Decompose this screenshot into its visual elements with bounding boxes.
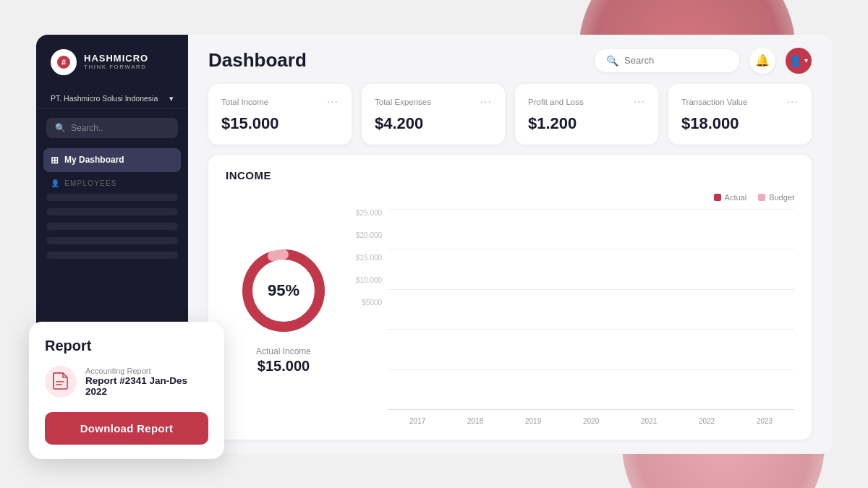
main-content: Dashboard 🔍 🔔 👤 ▾ Total Income [188, 35, 832, 454]
x-label-2022: 2022 [680, 417, 733, 425]
x-label-2019: 2019 [506, 417, 560, 425]
income-section: INCOME [188, 155, 832, 454]
sidebar-item-label: My Dashboard [64, 155, 124, 165]
x-axis-labels: 2017 2018 2019 2020 2021 2022 2023 [388, 410, 794, 425]
bar-chart-section: Actual Budget $25.000 $20.000 [356, 193, 794, 425]
company-selector[interactable]: PT. Hashmicro Solusi Indonesia ▾ [36, 88, 188, 109]
stat-card-1: Total Expenses ··· $4.200 [362, 84, 505, 145]
sidebar-section-employees: 👤 EMPLOYEES [36, 172, 188, 190]
bars-container [388, 209, 794, 410]
avatar-button[interactable]: 👤 ▾ [786, 48, 812, 74]
report-card: Report Accounting Report Report #2341 Ja… [29, 322, 224, 459]
sidebar-search-bar[interactable]: 🔍 [46, 118, 178, 138]
report-item-text: Accounting Report Report #2341 Jan-Des 2… [85, 367, 208, 397]
y-label-2: $15.000 [356, 254, 382, 262]
stat-dots-2[interactable]: ··· [634, 95, 645, 108]
grid-line-4 [388, 369, 794, 370]
x-label-2020: 2020 [564, 417, 618, 425]
income-card: INCOME [208, 155, 812, 440]
report-item: Accounting Report Report #2341 Jan-Des 2… [45, 366, 208, 398]
sidebar-item-dashboard[interactable]: ⊞ My Dashboard [43, 148, 181, 172]
logo-icon: # [51, 49, 77, 75]
x-label-2017: 2017 [391, 417, 444, 425]
y-label-4: $5000 [356, 299, 382, 307]
stat-label-1: Total Expenses [375, 98, 431, 106]
header-right: 🔍 🔔 👤 ▾ [595, 48, 812, 74]
employees-icon: 👤 [51, 179, 60, 187]
report-item-label: Accounting Report [85, 367, 208, 375]
chart-inner: $25.000 $20.000 $15.000 $10.000 $5000 [356, 209, 794, 425]
x-label-2021: 2021 [622, 417, 676, 425]
donut-chart: 95% [237, 244, 331, 338]
y-label-1: $20.000 [356, 231, 382, 239]
bar-chart-relative [388, 209, 794, 410]
legend-actual: Actual [714, 193, 747, 202]
donut-amount: $15.000 [256, 358, 311, 374]
stat-dots-3[interactable]: ··· [787, 95, 799, 108]
header: Dashboard 🔍 🔔 👤 ▾ [188, 35, 832, 84]
report-file-icon [45, 366, 77, 398]
notification-button[interactable]: 🔔 [749, 48, 775, 74]
income-title: INCOME [226, 169, 794, 181]
stat-card-3: Transaction Value ··· $18.000 [668, 84, 812, 145]
donut-section: 95% Actual Income $15.000 [226, 193, 341, 425]
stat-label-0: Total Income [221, 98, 268, 106]
legend-budget-dot [758, 194, 765, 201]
report-card-title: Report [45, 338, 208, 354]
stat-value-0: $15.000 [221, 114, 339, 133]
company-name: PT. Hashmicro Solusi Indonesia [51, 94, 158, 103]
grid-line-3 [388, 329, 794, 330]
sidebar-menu-bar-1[interactable] [46, 194, 178, 201]
donut-percent: 95% [268, 281, 299, 299]
section-label: EMPLOYEES [64, 179, 117, 187]
logo-title: HASHMICRO [84, 53, 148, 64]
bar-chart-body: 2017 2018 2019 2020 2021 2022 2023 [388, 209, 794, 425]
donut-label: Actual Income $15.000 [256, 346, 311, 374]
header-search-bar[interactable]: 🔍 [595, 49, 739, 72]
stat-card-2: Profit and Loss ··· $1.200 [515, 84, 658, 145]
grid-line-1 [388, 249, 794, 249]
y-axis-labels: $25.000 $20.000 $15.000 $10.000 $5000 [356, 209, 382, 325]
sidebar-menu-bar-5[interactable] [46, 252, 178, 259]
sidebar-logo: # HASHMICRO THINK FORWARD [36, 49, 188, 88]
sidebar-search-input[interactable] [71, 123, 169, 133]
donut-center: 95% [268, 281, 299, 300]
avatar-icon: 👤 [789, 55, 801, 67]
logo-subtitle: THINK FORWARD [84, 64, 148, 70]
logo-text: HASHMICRO THINK FORWARD [84, 53, 148, 70]
stat-value-1: $4.200 [375, 114, 492, 133]
stat-card-0: Total Income ··· $15.000 [208, 84, 352, 145]
stat-label-2: Profit and Loss [528, 98, 584, 106]
sidebar-menu-bar-3[interactable] [46, 223, 178, 230]
stat-label-3: Transaction Value [681, 98, 747, 106]
chevron-down-icon: ▾ [169, 94, 174, 103]
page-title: Dashboard [208, 49, 307, 72]
download-report-button[interactable]: Download Report [45, 412, 208, 445]
stat-dots-1[interactable]: ··· [480, 95, 492, 108]
sidebar-search-icon: 🔍 [55, 123, 66, 133]
donut-label-text: Actual Income [256, 346, 311, 356]
grid-line-2 [388, 289, 794, 290]
search-input[interactable] [624, 55, 728, 66]
avatar-chevron: ▾ [804, 56, 808, 64]
sidebar-menu-bar-4[interactable] [46, 237, 178, 244]
legend-budget: Budget [758, 193, 794, 202]
x-label-2018: 2018 [448, 417, 502, 425]
legend-actual-dot [714, 194, 721, 201]
y-label-3: $10.000 [356, 276, 382, 284]
search-icon: 🔍 [606, 55, 618, 67]
report-item-title: Report #2341 Jan-Des 2022 [85, 375, 208, 397]
grid-line-0 [388, 209, 794, 210]
legend-budget-label: Budget [769, 193, 794, 202]
income-body: 95% Actual Income $15.000 [226, 193, 794, 425]
sidebar-menu-bar-2[interactable] [46, 208, 178, 215]
stat-dots-0[interactable]: ··· [327, 95, 339, 108]
x-label-2023: 2023 [738, 417, 791, 425]
stat-value-3: $18.000 [681, 114, 799, 133]
dashboard-icon: ⊞ [51, 155, 59, 166]
stats-row: Total Income ··· $15.000 Total Expenses … [188, 84, 832, 155]
y-label-0: $25.000 [356, 209, 382, 217]
legend-actual-label: Actual [725, 193, 747, 202]
svg-text:#: # [61, 58, 66, 67]
bar-chart-legend: Actual Budget [356, 193, 794, 202]
